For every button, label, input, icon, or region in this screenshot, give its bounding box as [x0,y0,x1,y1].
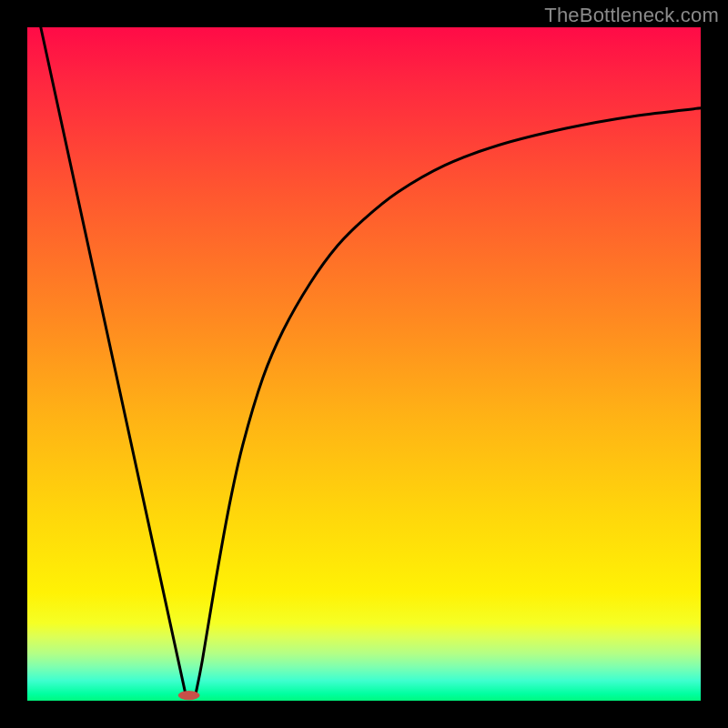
curve-layer [27,27,701,701]
curve-left-branch [41,27,186,694]
chart-frame: TheBottleneck.com [0,0,728,728]
curve-right-branch [196,108,701,694]
plot-area [27,27,701,701]
minimum-marker [178,691,200,700]
watermark-text: TheBottleneck.com [544,4,719,27]
